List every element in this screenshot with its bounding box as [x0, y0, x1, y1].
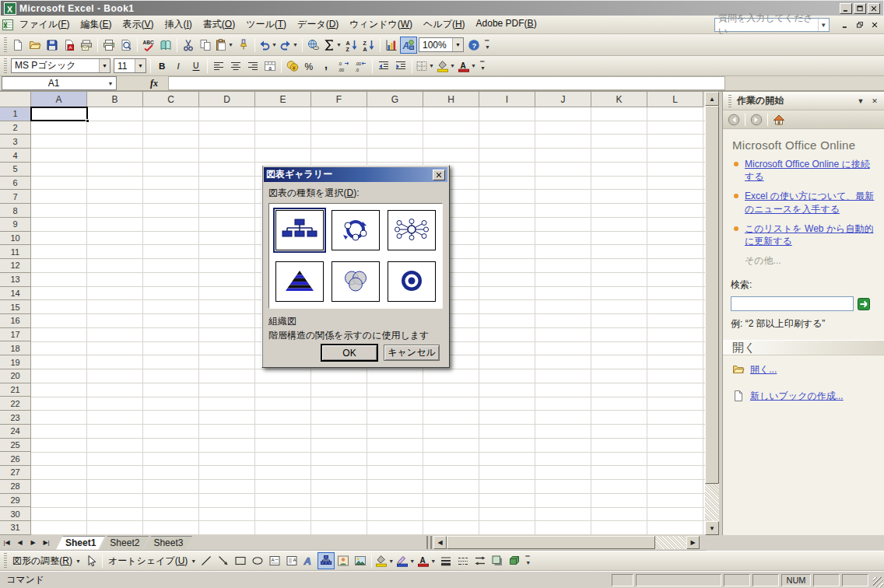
align-center-button[interactable]	[227, 58, 244, 75]
chevron-down-icon[interactable]: ▼	[409, 558, 416, 564]
row-header-11[interactable]: 11	[0, 245, 31, 259]
chevron-down-icon[interactable]: ▼	[470, 63, 477, 68]
spelling-button[interactable]: ABC	[140, 37, 157, 54]
column-header-L[interactable]: L	[647, 92, 703, 107]
chart-wizard-button[interactable]	[383, 37, 400, 54]
last-sheet-button[interactable]: ▶|	[40, 536, 53, 549]
row-header-24[interactable]: 24	[0, 425, 31, 439]
increase-indent-button[interactable]	[392, 58, 409, 75]
merge-center-button[interactable]: a	[261, 58, 279, 75]
comma-style-button[interactable]: ,	[318, 58, 335, 75]
font-color-button[interactable]: A▼	[457, 58, 478, 75]
diagram-type-target[interactable]	[388, 261, 436, 302]
chevron-down-icon[interactable]: ▼	[430, 558, 437, 564]
chevron-down-icon[interactable]: ▼	[388, 558, 395, 564]
chevron-down-icon[interactable]: ▼	[335, 42, 342, 47]
next-sheet-button[interactable]: ▶	[26, 536, 40, 549]
borders-button[interactable]: ▼	[415, 58, 436, 75]
rectangle-button[interactable]	[232, 552, 249, 569]
menu-format[interactable]: 書式(O)	[198, 16, 240, 33]
menu-edit[interactable]: 編集(E)	[75, 16, 117, 33]
column-header-D[interactable]: D	[199, 92, 255, 107]
undo-button[interactable]: ▼	[258, 37, 279, 54]
shadow-style-button[interactable]	[489, 552, 506, 569]
menu-view[interactable]: 表示(V)	[117, 16, 159, 33]
menu-window[interactable]: ウィンドウ(W)	[344, 16, 418, 33]
diagram-type-radial[interactable]	[388, 210, 436, 250]
open-link-label[interactable]: 開く...	[750, 363, 777, 376]
row-header-23[interactable]: 23	[0, 411, 31, 425]
diagram-type-pyramid[interactable]	[275, 261, 324, 302]
prev-sheet-button[interactable]: ◀	[13, 536, 26, 549]
column-header-H[interactable]: H	[423, 92, 479, 107]
vertical-scrollbar[interactable]: ▲ ▼	[705, 92, 719, 535]
line-style-button[interactable]	[437, 552, 454, 569]
zoom-combobox[interactable]: 100%▼	[419, 37, 464, 52]
maximize-button[interactable]	[854, 3, 866, 14]
print-button[interactable]	[100, 37, 118, 54]
row-header-13[interactable]: 13	[0, 273, 31, 287]
cut-button[interactable]	[180, 37, 197, 54]
arrow-button[interactable]	[215, 552, 232, 569]
search-input[interactable]	[731, 296, 854, 311]
diagram-type-org-chart[interactable]	[275, 210, 324, 250]
column-header-K[interactable]: K	[591, 92, 647, 107]
row-header-4[interactable]: 4	[0, 149, 31, 163]
autoshapes-menu-button[interactable]: オートシェイプ(U)▼	[105, 552, 198, 569]
align-left-button[interactable]	[210, 58, 227, 75]
dialog-close-button[interactable]	[433, 170, 445, 180]
chevron-down-icon[interactable]: ▼	[190, 558, 197, 564]
row-header-5[interactable]: 5	[0, 163, 31, 177]
column-header-G[interactable]: G	[367, 92, 423, 107]
ok-button[interactable]: OK	[321, 345, 377, 361]
currency-style-button[interactable]: ¥	[284, 58, 301, 75]
open-button[interactable]	[26, 37, 44, 54]
name-box[interactable]: A1 ▼	[2, 76, 117, 90]
font-size-combobox[interactable]: 11▼	[114, 58, 146, 73]
search-go-icon[interactable]	[858, 298, 870, 310]
chevron-down-icon[interactable]: ▼	[292, 42, 299, 47]
line-button[interactable]	[198, 552, 215, 569]
taskpane-link-1[interactable]: Excel の使い方について、最新のニュースを入手する	[745, 190, 876, 215]
chevron-down-icon[interactable]: ▼	[449, 63, 456, 68]
chevron-down-icon[interactable]: ▼	[271, 42, 278, 47]
column-header-F[interactable]: F	[311, 92, 367, 107]
toolbar-options-icon[interactable]: ▔▼	[524, 552, 532, 569]
row-header-2[interactable]: 2	[0, 121, 31, 135]
chevron-down-icon[interactable]: ▼	[428, 63, 435, 68]
chevron-down-icon[interactable]: ▼	[452, 38, 463, 51]
row-header-19[interactable]: 19	[0, 355, 31, 369]
picture-button[interactable]	[352, 552, 369, 569]
column-header-B[interactable]: B	[87, 92, 143, 107]
horizontal-scroll-track[interactable]	[655, 536, 686, 549]
formula-input[interactable]	[168, 76, 725, 90]
oval-button[interactable]	[249, 552, 266, 569]
menu-tools[interactable]: ツール(T)	[240, 16, 292, 33]
diagram-type-venn[interactable]	[332, 261, 380, 302]
diagram-org-chart-button[interactable]	[317, 552, 335, 569]
row-header-20[interactable]: 20	[0, 369, 31, 383]
home-icon[interactable]	[773, 114, 785, 126]
dialog-titlebar[interactable]: 図表ギャラリー	[264, 167, 447, 182]
align-right-button[interactable]	[244, 58, 261, 75]
selected-cell-a1[interactable]	[30, 107, 88, 121]
italic-button[interactable]: I	[170, 58, 188, 75]
forward-icon[interactable]	[750, 114, 763, 126]
insert-function-button[interactable]: fx	[145, 77, 163, 90]
drag-handle[interactable]	[4, 58, 7, 74]
percent-style-button[interactable]: %	[301, 58, 318, 75]
toolbar-options-icon[interactable]: ▔▼	[479, 58, 487, 75]
text-box-button[interactable]: A	[266, 552, 283, 569]
font-name-combobox[interactable]: MS Pゴシック▼	[11, 58, 110, 73]
sheet-tab-sheet1[interactable]: Sheet1	[56, 536, 105, 550]
menu-file[interactable]: ファイル(F)	[14, 16, 75, 33]
row-header-10[interactable]: 10	[0, 232, 31, 246]
line-color-button[interactable]: ▼	[395, 552, 416, 569]
toolbar-options-icon[interactable]: ▔▼	[483, 37, 492, 54]
new-workbook-link[interactable]: 新しいブックの作成...	[732, 390, 876, 402]
fill-handle[interactable]	[86, 119, 89, 123]
first-sheet-button[interactable]: |◀	[0, 536, 13, 549]
workbook-restore-button[interactable]	[854, 19, 866, 30]
resize-grip[interactable]	[873, 577, 883, 587]
row-header-30[interactable]: 30	[0, 507, 31, 521]
